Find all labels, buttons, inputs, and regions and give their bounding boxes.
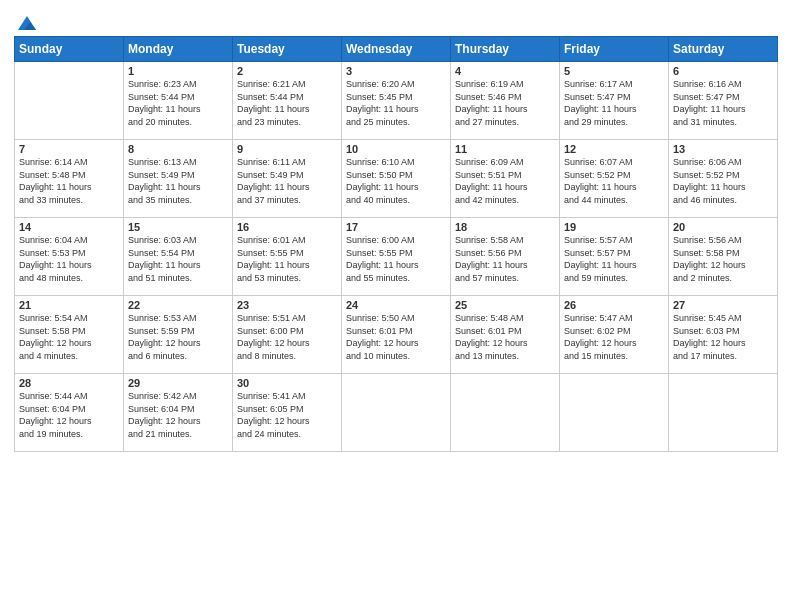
day-info: Sunrise: 6:06 AMSunset: 5:52 PMDaylight:… xyxy=(673,156,773,206)
day-info: Sunrise: 6:10 AMSunset: 5:50 PMDaylight:… xyxy=(346,156,446,206)
calendar-week-row: 7Sunrise: 6:14 AMSunset: 5:48 PMDaylight… xyxy=(15,140,778,218)
calendar-header-friday: Friday xyxy=(560,37,669,62)
day-info: Sunrise: 5:57 AMSunset: 5:57 PMDaylight:… xyxy=(564,234,664,284)
calendar-header-row: SundayMondayTuesdayWednesdayThursdayFrid… xyxy=(15,37,778,62)
logo xyxy=(14,14,38,32)
day-info: Sunrise: 6:21 AMSunset: 5:44 PMDaylight:… xyxy=(237,78,337,128)
day-info: Sunrise: 5:58 AMSunset: 5:56 PMDaylight:… xyxy=(455,234,555,284)
day-info: Sunrise: 6:00 AMSunset: 5:55 PMDaylight:… xyxy=(346,234,446,284)
day-number: 2 xyxy=(237,65,337,77)
day-number: 5 xyxy=(564,65,664,77)
calendar-header-sunday: Sunday xyxy=(15,37,124,62)
day-info: Sunrise: 5:53 AMSunset: 5:59 PMDaylight:… xyxy=(128,312,228,362)
calendar-cell: 2Sunrise: 6:21 AMSunset: 5:44 PMDaylight… xyxy=(233,62,342,140)
calendar-cell: 26Sunrise: 5:47 AMSunset: 6:02 PMDayligh… xyxy=(560,296,669,374)
day-info: Sunrise: 5:42 AMSunset: 6:04 PMDaylight:… xyxy=(128,390,228,440)
calendar-cell: 21Sunrise: 5:54 AMSunset: 5:58 PMDayligh… xyxy=(15,296,124,374)
day-info: Sunrise: 6:17 AMSunset: 5:47 PMDaylight:… xyxy=(564,78,664,128)
page: SundayMondayTuesdayWednesdayThursdayFrid… xyxy=(0,0,792,460)
day-number: 13 xyxy=(673,143,773,155)
day-info: Sunrise: 6:13 AMSunset: 5:49 PMDaylight:… xyxy=(128,156,228,206)
calendar-cell: 10Sunrise: 6:10 AMSunset: 5:50 PMDayligh… xyxy=(342,140,451,218)
calendar-header-saturday: Saturday xyxy=(669,37,778,62)
day-number: 25 xyxy=(455,299,555,311)
day-number: 29 xyxy=(128,377,228,389)
day-number: 11 xyxy=(455,143,555,155)
day-info: Sunrise: 6:20 AMSunset: 5:45 PMDaylight:… xyxy=(346,78,446,128)
calendar-cell: 15Sunrise: 6:03 AMSunset: 5:54 PMDayligh… xyxy=(124,218,233,296)
day-number: 17 xyxy=(346,221,446,233)
day-info: Sunrise: 5:47 AMSunset: 6:02 PMDaylight:… xyxy=(564,312,664,362)
day-number: 21 xyxy=(19,299,119,311)
day-info: Sunrise: 5:56 AMSunset: 5:58 PMDaylight:… xyxy=(673,234,773,284)
calendar-cell: 23Sunrise: 5:51 AMSunset: 6:00 PMDayligh… xyxy=(233,296,342,374)
day-info: Sunrise: 5:44 AMSunset: 6:04 PMDaylight:… xyxy=(19,390,119,440)
calendar-cell: 22Sunrise: 5:53 AMSunset: 5:59 PMDayligh… xyxy=(124,296,233,374)
calendar-cell: 12Sunrise: 6:07 AMSunset: 5:52 PMDayligh… xyxy=(560,140,669,218)
calendar-table: SundayMondayTuesdayWednesdayThursdayFrid… xyxy=(14,36,778,452)
day-number: 14 xyxy=(19,221,119,233)
day-info: Sunrise: 5:48 AMSunset: 6:01 PMDaylight:… xyxy=(455,312,555,362)
logo-icon xyxy=(16,14,38,32)
calendar-cell: 14Sunrise: 6:04 AMSunset: 5:53 PMDayligh… xyxy=(15,218,124,296)
day-number: 3 xyxy=(346,65,446,77)
day-number: 9 xyxy=(237,143,337,155)
calendar-week-row: 14Sunrise: 6:04 AMSunset: 5:53 PMDayligh… xyxy=(15,218,778,296)
calendar-cell xyxy=(669,374,778,452)
calendar-cell: 3Sunrise: 6:20 AMSunset: 5:45 PMDaylight… xyxy=(342,62,451,140)
calendar-week-row: 28Sunrise: 5:44 AMSunset: 6:04 PMDayligh… xyxy=(15,374,778,452)
calendar-cell: 8Sunrise: 6:13 AMSunset: 5:49 PMDaylight… xyxy=(124,140,233,218)
day-number: 6 xyxy=(673,65,773,77)
header xyxy=(14,10,778,32)
day-number: 7 xyxy=(19,143,119,155)
day-number: 30 xyxy=(237,377,337,389)
day-info: Sunrise: 5:54 AMSunset: 5:58 PMDaylight:… xyxy=(19,312,119,362)
day-info: Sunrise: 5:50 AMSunset: 6:01 PMDaylight:… xyxy=(346,312,446,362)
day-info: Sunrise: 6:19 AMSunset: 5:46 PMDaylight:… xyxy=(455,78,555,128)
day-info: Sunrise: 6:07 AMSunset: 5:52 PMDaylight:… xyxy=(564,156,664,206)
day-number: 26 xyxy=(564,299,664,311)
day-number: 15 xyxy=(128,221,228,233)
calendar-header-wednesday: Wednesday xyxy=(342,37,451,62)
calendar-week-row: 21Sunrise: 5:54 AMSunset: 5:58 PMDayligh… xyxy=(15,296,778,374)
day-number: 10 xyxy=(346,143,446,155)
calendar-header-tuesday: Tuesday xyxy=(233,37,342,62)
calendar-header-monday: Monday xyxy=(124,37,233,62)
day-number: 22 xyxy=(128,299,228,311)
day-info: Sunrise: 6:14 AMSunset: 5:48 PMDaylight:… xyxy=(19,156,119,206)
day-info: Sunrise: 6:11 AMSunset: 5:49 PMDaylight:… xyxy=(237,156,337,206)
calendar-cell: 9Sunrise: 6:11 AMSunset: 5:49 PMDaylight… xyxy=(233,140,342,218)
day-number: 18 xyxy=(455,221,555,233)
calendar-cell: 29Sunrise: 5:42 AMSunset: 6:04 PMDayligh… xyxy=(124,374,233,452)
calendar-cell xyxy=(342,374,451,452)
calendar-cell xyxy=(451,374,560,452)
calendar-cell xyxy=(15,62,124,140)
calendar-cell: 1Sunrise: 6:23 AMSunset: 5:44 PMDaylight… xyxy=(124,62,233,140)
day-info: Sunrise: 6:04 AMSunset: 5:53 PMDaylight:… xyxy=(19,234,119,284)
day-number: 12 xyxy=(564,143,664,155)
calendar-cell: 19Sunrise: 5:57 AMSunset: 5:57 PMDayligh… xyxy=(560,218,669,296)
day-number: 4 xyxy=(455,65,555,77)
day-number: 16 xyxy=(237,221,337,233)
day-info: Sunrise: 6:23 AMSunset: 5:44 PMDaylight:… xyxy=(128,78,228,128)
calendar-cell: 7Sunrise: 6:14 AMSunset: 5:48 PMDaylight… xyxy=(15,140,124,218)
calendar-cell: 28Sunrise: 5:44 AMSunset: 6:04 PMDayligh… xyxy=(15,374,124,452)
calendar-cell: 6Sunrise: 6:16 AMSunset: 5:47 PMDaylight… xyxy=(669,62,778,140)
calendar-cell: 18Sunrise: 5:58 AMSunset: 5:56 PMDayligh… xyxy=(451,218,560,296)
calendar-cell: 27Sunrise: 5:45 AMSunset: 6:03 PMDayligh… xyxy=(669,296,778,374)
day-info: Sunrise: 5:41 AMSunset: 6:05 PMDaylight:… xyxy=(237,390,337,440)
calendar-header-thursday: Thursday xyxy=(451,37,560,62)
day-info: Sunrise: 5:45 AMSunset: 6:03 PMDaylight:… xyxy=(673,312,773,362)
calendar-cell: 25Sunrise: 5:48 AMSunset: 6:01 PMDayligh… xyxy=(451,296,560,374)
calendar-week-row: 1Sunrise: 6:23 AMSunset: 5:44 PMDaylight… xyxy=(15,62,778,140)
calendar-cell: 11Sunrise: 6:09 AMSunset: 5:51 PMDayligh… xyxy=(451,140,560,218)
calendar-cell: 5Sunrise: 6:17 AMSunset: 5:47 PMDaylight… xyxy=(560,62,669,140)
calendar-cell: 16Sunrise: 6:01 AMSunset: 5:55 PMDayligh… xyxy=(233,218,342,296)
calendar-cell: 24Sunrise: 5:50 AMSunset: 6:01 PMDayligh… xyxy=(342,296,451,374)
day-info: Sunrise: 5:51 AMSunset: 6:00 PMDaylight:… xyxy=(237,312,337,362)
day-number: 27 xyxy=(673,299,773,311)
calendar-cell: 17Sunrise: 6:00 AMSunset: 5:55 PMDayligh… xyxy=(342,218,451,296)
calendar-cell: 30Sunrise: 5:41 AMSunset: 6:05 PMDayligh… xyxy=(233,374,342,452)
day-info: Sunrise: 6:03 AMSunset: 5:54 PMDaylight:… xyxy=(128,234,228,284)
day-info: Sunrise: 6:09 AMSunset: 5:51 PMDaylight:… xyxy=(455,156,555,206)
